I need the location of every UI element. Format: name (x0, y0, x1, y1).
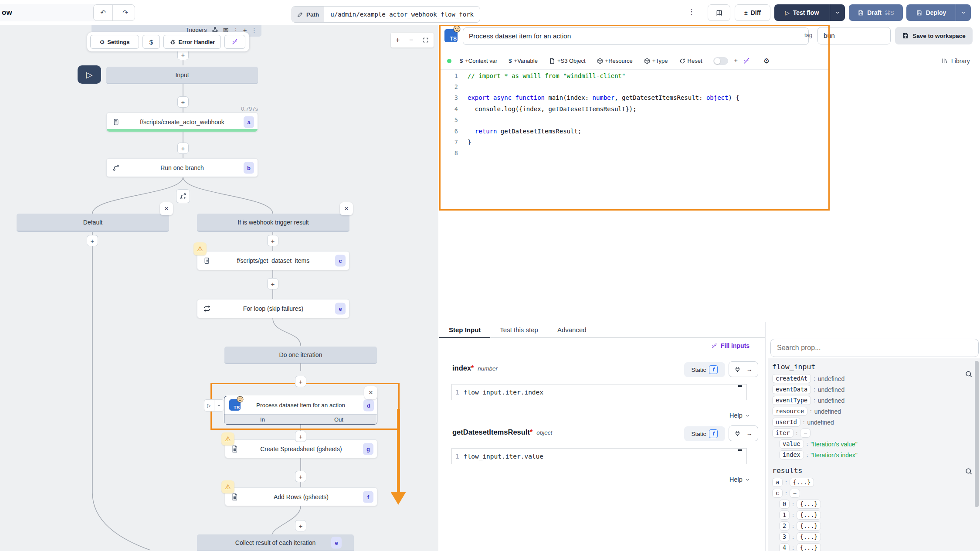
step-title-input[interactable] (463, 27, 809, 45)
insert-step-button[interactable]: + (177, 96, 189, 108)
magnifier-icon[interactable] (965, 370, 973, 378)
tab-step-input[interactable]: Step Input (439, 322, 490, 337)
reset-button[interactable]: Reset (674, 58, 708, 64)
test-flow-dropdown[interactable] (830, 4, 845, 21)
flow-canvas[interactable]: Triggers ✉ ⋮ + ⋮ ⚙ Settings $ Error Hand… (0, 25, 438, 551)
ai-assist-button[interactable] (743, 57, 750, 65)
code-line[interactable]: 1// import * as wmill from "windmill-cli… (441, 70, 828, 81)
help-link[interactable]: Help (729, 412, 750, 419)
node-in-handle[interactable]: In (224, 415, 301, 425)
expr-input-result[interactable]: 1 flow_input.iter.value (451, 448, 747, 464)
delete-step-button[interactable]: × (364, 386, 377, 399)
node-out-handle[interactable]: Out (301, 415, 377, 425)
prop-row[interactable]: eventData:undefined (772, 384, 976, 395)
docs-button[interactable] (708, 4, 730, 21)
prop-key-pill[interactable]: iter (772, 429, 793, 438)
prop-key-pill[interactable]: value (779, 439, 804, 449)
prop-value[interactable]: {...} (797, 510, 821, 520)
prop-key-pill[interactable]: 1 (779, 510, 790, 520)
connect-input-buttons[interactable]: → (729, 361, 758, 377)
prop-row[interactable]: index:"Iteration's index" (772, 449, 976, 460)
prop-row[interactable]: userId:undefined (772, 417, 976, 428)
warning-badge[interactable]: ⚠ (193, 242, 207, 255)
code-line[interactable]: 7} (441, 136, 828, 147)
prop-key-pill[interactable]: eventType (772, 396, 811, 405)
test-up-to-button[interactable]: ▷ (78, 65, 101, 84)
static-mode-toggle[interactable]: Static f (684, 362, 725, 377)
magnifier-icon[interactable] (965, 467, 973, 476)
dollar-button[interactable]: $ (142, 35, 160, 49)
redo-button[interactable]: ↷ (116, 5, 135, 20)
search-prop-input[interactable] (770, 339, 979, 357)
prop-explorer[interactable]: flow_inputcreatedAt:undefinedeventData:u… (768, 358, 980, 551)
delete-branch-button[interactable]: × (340, 202, 353, 215)
run-step-button[interactable]: ▷ (204, 399, 224, 412)
flow-node-process-dataset-item[interactable]: TS Process dataset item for an action d … (224, 396, 377, 425)
deploy-button[interactable]: Deploy (906, 4, 971, 21)
add-type-button[interactable]: +Type (638, 58, 674, 64)
add-context-var-button[interactable]: $+Context var (454, 58, 503, 64)
expr-input-index[interactable]: 1 flow_input.iter.index (451, 384, 747, 400)
prop-row[interactable]: eventType:undefined (772, 395, 976, 406)
settings-button[interactable]: ⚙ Settings (90, 35, 139, 49)
prop-key-pill[interactable]: 0 (779, 500, 790, 509)
prop-key-pill[interactable]: userId (772, 418, 800, 427)
prop-value[interactable]: − (800, 429, 810, 438)
insert-step-button[interactable]: + (295, 520, 306, 531)
warning-badge[interactable]: ⚠ (221, 432, 234, 446)
tab-test-this-step[interactable]: Test this step (490, 322, 548, 337)
insert-step-button[interactable]: + (295, 431, 306, 442)
undo-button[interactable]: ↶ (94, 5, 113, 20)
insert-step-button[interactable]: + (177, 143, 189, 154)
scrollbar-thumb[interactable] (975, 361, 979, 507)
prop-value[interactable]: {...} (797, 500, 821, 509)
error-handler-button[interactable]: Error Handler (163, 35, 221, 49)
prop-row[interactable]: c:− (772, 488, 976, 499)
prop-key-pill[interactable]: a (772, 478, 783, 487)
draft-button[interactable]: Draft ⌘S (849, 4, 903, 21)
warning-badge[interactable]: ⚠ (221, 480, 234, 493)
insert-step-button[interactable]: + (267, 278, 278, 289)
editor-settings-gear[interactable]: ⚙ (763, 57, 770, 65)
library-button[interactable]: Library (942, 58, 970, 65)
prop-key-pill[interactable]: c (772, 489, 783, 498)
add-variable-button[interactable]: $+Variable (503, 58, 543, 64)
save-to-workspace-button[interactable]: Save to workspace (895, 27, 973, 44)
insert-step-button[interactable]: + (295, 471, 306, 482)
connect-input-buttons[interactable]: → (729, 425, 758, 441)
prop-key-pill[interactable]: index (779, 450, 804, 459)
prop-key-pill[interactable]: 2 (779, 521, 790, 531)
zoom-in-button[interactable]: + (396, 36, 400, 44)
prop-key-pill[interactable]: resource (772, 407, 807, 416)
add-resource-button[interactable]: +Resource (591, 58, 638, 64)
prop-row[interactable]: 3:{...} (772, 531, 976, 542)
code-line[interactable]: 4 console.log({index, getDatesetItemsRes… (441, 103, 828, 114)
function-icon[interactable]: f (709, 365, 718, 374)
prop-value[interactable]: {...} (797, 543, 821, 551)
help-link[interactable]: Help (729, 476, 750, 483)
diff-button[interactable]: ± Diff (735, 4, 770, 21)
insert-step-button[interactable]: + (267, 235, 278, 246)
function-icon[interactable]: f (709, 429, 718, 438)
prop-key-pill[interactable]: 3 (779, 532, 790, 541)
delete-branch-button[interactable]: × (160, 202, 173, 215)
prop-row[interactable]: 4:{...} (772, 542, 976, 551)
path-field[interactable]: Path u/admin/example_actor_webhook_flow_… (292, 6, 480, 23)
static-mode-toggle[interactable]: Static f (684, 426, 725, 441)
prop-value[interactable]: {...} (797, 532, 821, 541)
prop-row[interactable]: a:{...} (772, 477, 976, 488)
fill-inputs-button[interactable]: Fill inputs (711, 342, 749, 349)
prop-key-pill[interactable]: eventData (772, 385, 811, 394)
prop-row[interactable]: createdAt:undefined (772, 373, 976, 384)
prop-value[interactable]: {...} (797, 521, 821, 531)
ai-button[interactable] (224, 35, 245, 49)
deploy-dropdown[interactable] (956, 4, 971, 21)
prop-value[interactable]: − (790, 489, 800, 498)
prop-row[interactable]: resource:undefined (772, 406, 976, 417)
kebab-menu[interactable]: ⋮ (688, 7, 695, 17)
fit-view-icon[interactable] (423, 37, 429, 43)
tab-advanced[interactable]: Advanced (548, 322, 596, 337)
prop-row[interactable]: 2:{...} (772, 520, 976, 531)
branch-add-icon[interactable] (176, 189, 190, 203)
code-line[interactable]: 5 (441, 115, 828, 126)
